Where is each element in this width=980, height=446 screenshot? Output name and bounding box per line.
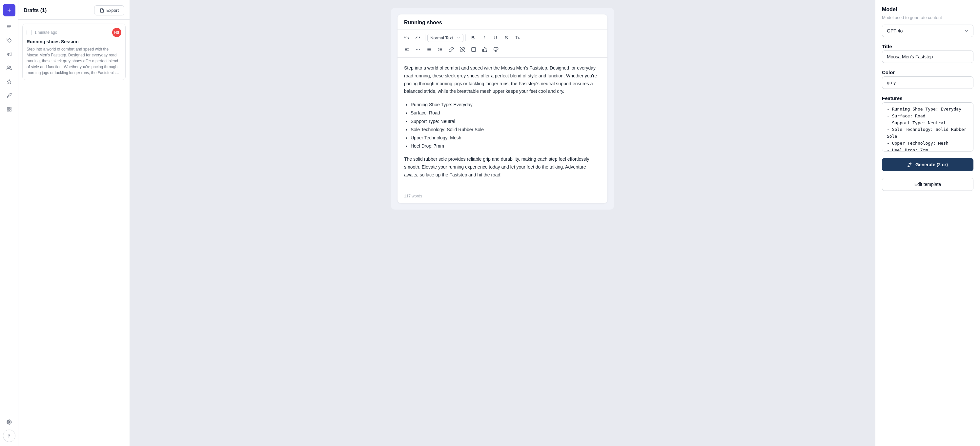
editor-body[interactable]: Step into a world of comfort and speed w… [398, 58, 608, 191]
editor-outro-para: The solid rubber sole provides reliable … [404, 155, 601, 179]
edit-template-button[interactable]: Edit template [882, 178, 974, 191]
list-item: Heel Drop: 7mm [410, 142, 601, 150]
right-panel: Model Model used to generate content GPT… [875, 0, 980, 446]
export-label: Export [106, 8, 119, 13]
sparkle-icon-btn[interactable] [3, 75, 16, 88]
megaphone-icon-btn[interactable] [3, 48, 16, 61]
title-field-label: Title [882, 44, 974, 49]
draft-card-header: 1 minute ago HS [27, 28, 121, 37]
sparkles-generate-icon [907, 162, 913, 167]
redo-button[interactable] [413, 32, 423, 43]
toolbar-row-1: Normal Text B I U S Tx [401, 32, 603, 43]
toolbar-divider-1 [425, 34, 425, 41]
strikethrough-button[interactable]: S [501, 32, 512, 43]
numbered-list-button[interactable] [435, 44, 445, 55]
underline-button[interactable]: U [490, 32, 501, 43]
title-input[interactable] [882, 51, 974, 63]
draft-card[interactable]: 1 minute ago HS Running shoes Session St… [22, 24, 126, 80]
unlink-button[interactable] [457, 44, 468, 55]
people-icon-btn[interactable] [3, 62, 16, 74]
block-button[interactable] [468, 44, 479, 55]
drafts-header: Drafts (1) Export [18, 0, 130, 20]
editor-card: Running shoes [398, 14, 608, 203]
svg-point-6 [8, 66, 9, 68]
settings-icon-btn[interactable] [3, 416, 16, 428]
svg-rect-7 [7, 107, 9, 109]
svg-point-5 [8, 39, 8, 40]
ellipsis-button[interactable] [413, 44, 423, 55]
bullet-list-button[interactable] [424, 44, 434, 55]
model-section: Model Model used to generate content GPT… [882, 6, 974, 37]
list-item: Sole Technology: Solid Rubber Sole [410, 126, 601, 134]
generate-button[interactable]: Generate (2 cr) [882, 158, 974, 171]
chevron-down-icon [457, 36, 460, 40]
help-icon: ? [8, 433, 11, 438]
toolbar-divider-2 [465, 34, 466, 41]
thumbdown-button[interactable] [491, 44, 501, 55]
text-format-value: Normal Text [430, 35, 453, 40]
edit-template-label: Edit template [915, 182, 941, 187]
link-button[interactable] [446, 44, 457, 55]
model-sublabel: Model used to generate content [882, 15, 974, 20]
drafts-title: Drafts (1) [24, 8, 46, 13]
draft-meta: 1 minute ago [27, 30, 57, 35]
svg-point-22 [427, 49, 428, 50]
editor-toolbar: Normal Text B I U S Tx [398, 30, 608, 58]
thumbup-button[interactable] [479, 44, 490, 55]
model-select-wrapper: GPT-4o GPT-3.5 Claude [882, 25, 974, 37]
svg-point-21 [427, 48, 428, 49]
svg-rect-28 [472, 48, 476, 51]
help-icon-btn[interactable]: ? [3, 430, 16, 442]
features-section: Features [882, 96, 974, 151]
features-field-label: Features [882, 96, 974, 101]
color-section: Color [882, 70, 974, 89]
draft-time: 1 minute ago [35, 30, 57, 35]
sidebar-bottom: ? [3, 416, 16, 442]
bold-button[interactable]: B [468, 32, 478, 43]
drafts-panel: Drafts (1) Export 1 minute ago HS Runnin… [18, 0, 130, 446]
color-field-label: Color [882, 70, 974, 75]
svg-point-15 [416, 49, 417, 50]
export-button[interactable]: Export [94, 5, 124, 16]
italic-button[interactable]: I [479, 32, 489, 43]
clear-format-button[interactable]: Tx [512, 32, 523, 43]
align-button[interactable] [401, 44, 412, 55]
undo-button[interactable] [401, 32, 412, 43]
rocket-icon-btn[interactable] [3, 89, 16, 102]
list-item: Running Shoe Type: Everyday [410, 101, 601, 109]
draft-checkbox[interactable] [27, 30, 32, 35]
title-section: Title [882, 44, 974, 63]
text-format-select[interactable]: Normal Text [427, 34, 463, 42]
generate-label: Generate (2 cr) [915, 162, 948, 167]
features-textarea[interactable] [882, 102, 974, 151]
svg-rect-9 [10, 110, 11, 111]
list-item: Upper Technology: Mesh [410, 134, 601, 142]
toolbar-row-2 [401, 44, 603, 55]
add-button[interactable] [3, 4, 16, 16]
draft-session-title: Running shoes Session [27, 39, 121, 44]
model-select[interactable]: GPT-4o GPT-3.5 Claude [882, 25, 974, 37]
color-input[interactable] [882, 76, 974, 89]
svg-point-17 [419, 49, 420, 50]
editor-doc-title: Running shoes [404, 20, 601, 25]
text-edit-icon-btn[interactable] [3, 20, 16, 33]
word-count: 117 words [398, 191, 608, 203]
svg-point-16 [417, 49, 418, 50]
list-icon-btn[interactable] [3, 103, 16, 115]
avatar: HS [112, 28, 121, 37]
editor-features-list: Running Shoe Type: Everyday Surface: Roa… [410, 101, 601, 150]
svg-point-23 [427, 51, 428, 51]
icon-sidebar: ? [0, 0, 18, 446]
draft-preview: Step into a world of comfort and speed w… [27, 46, 121, 76]
svg-rect-8 [10, 107, 11, 109]
editor-container: Running shoes [391, 8, 614, 210]
editor-intro-para: Step into a world of comfort and speed w… [404, 64, 601, 96]
export-icon [100, 8, 104, 13]
editor-card-header: Running shoes [398, 14, 608, 30]
content-area: Running shoes [130, 0, 875, 446]
tag-icon-btn[interactable] [3, 34, 16, 46]
model-label: Model [882, 6, 974, 13]
list-item: Surface: Road [410, 109, 601, 117]
svg-rect-10 [7, 110, 9, 111]
svg-point-11 [8, 421, 10, 423]
